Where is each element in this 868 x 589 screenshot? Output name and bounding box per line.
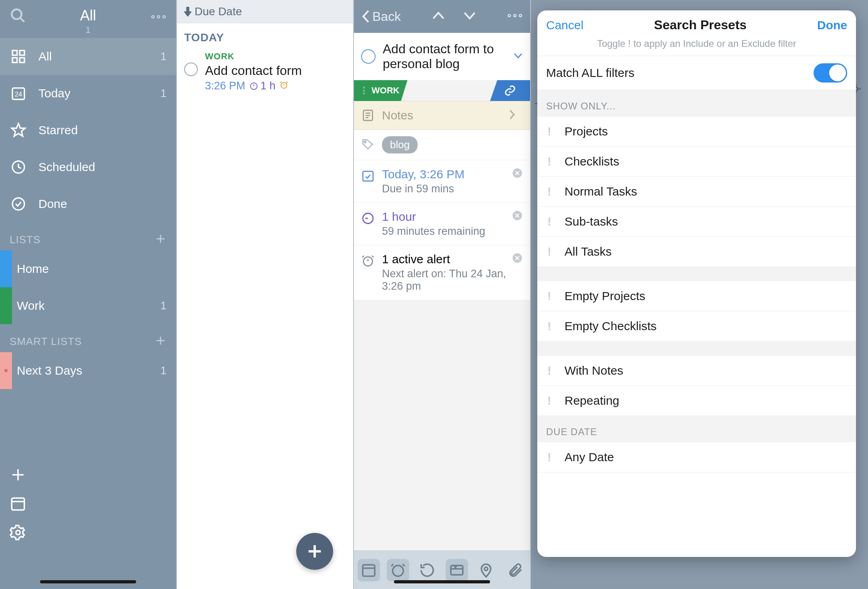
- match-all-toggle[interactable]: [814, 63, 847, 83]
- add-button[interactable]: [10, 466, 167, 485]
- home-indicator: [394, 580, 490, 583]
- task-row[interactable]: WORK Add contact form 3:26 PM 1 h: [177, 47, 353, 99]
- nav-all[interactable]: All 1: [0, 38, 176, 75]
- svg-line-55: [362, 256, 364, 257]
- svg-rect-65: [451, 565, 463, 575]
- preset-with-notes[interactable]: !With Notes: [537, 356, 856, 386]
- smart-next-3-days[interactable]: Next 3 Days 1: [0, 352, 176, 389]
- toolbar-calendar-icon[interactable]: [358, 559, 380, 581]
- notes-row[interactable]: Notes: [354, 101, 530, 130]
- preset-empty-projects[interactable]: !Empty Projects: [537, 281, 856, 311]
- toolbar-repeat-icon[interactable]: [416, 559, 438, 581]
- preset-checklists[interactable]: !Checklists: [537, 147, 856, 177]
- clear-due-button[interactable]: [512, 167, 523, 180]
- notes-placeholder: Notes: [382, 109, 508, 122]
- task-tag: WORK: [205, 51, 346, 62]
- bang-toggle[interactable]: !: [546, 125, 553, 138]
- svg-point-4: [163, 16, 165, 18]
- check-circle-icon: [10, 195, 27, 213]
- duration-row[interactable]: 1 hour 59 minutes remaining: [354, 202, 530, 245]
- add-task-fab[interactable]: [296, 533, 333, 570]
- link-chip-icon[interactable]: [490, 80, 530, 101]
- preset-sub-tasks[interactable]: !Sub-tasks: [537, 207, 856, 237]
- nav-label: Starred: [38, 123, 167, 137]
- prev-task-button[interactable]: [432, 10, 445, 22]
- nav-label: Today: [38, 87, 160, 100]
- next-task-button[interactable]: [463, 10, 476, 22]
- done-button[interactable]: Done: [817, 18, 847, 32]
- nav-count: 1: [160, 50, 167, 63]
- bang-toggle[interactable]: !: [546, 215, 553, 228]
- clear-duration-button[interactable]: [512, 210, 523, 223]
- home-indicator: [40, 580, 136, 583]
- nav-starred[interactable]: Starred: [0, 112, 176, 149]
- svg-rect-60: [363, 565, 375, 576]
- smart-lists-header: SMART LISTS: [10, 335, 82, 348]
- nav-done[interactable]: Done: [0, 186, 176, 222]
- bang-toggle[interactable]: !: [546, 364, 553, 377]
- expand-icon[interactable]: [513, 52, 523, 61]
- calendar-icon[interactable]: [10, 495, 167, 514]
- modal-hint: Toggle ! to apply an Include or an Exclu…: [537, 38, 856, 56]
- search-presets-modal: Cancel Search Presets Done Toggle ! to a…: [537, 10, 856, 557]
- nav-scheduled[interactable]: Scheduled: [0, 149, 176, 186]
- match-all-label: Match ALL filters: [546, 66, 635, 80]
- preset-all-tasks[interactable]: !All Tasks: [537, 237, 856, 267]
- more-icon[interactable]: [151, 14, 167, 22]
- task-detail-title[interactable]: Add contact form to personal blog: [383, 42, 513, 71]
- detail-more-icon[interactable]: [507, 13, 523, 20]
- svg-line-56: [372, 256, 374, 257]
- preset-repeating[interactable]: !Repeating: [537, 386, 856, 416]
- alert-row[interactable]: 1 active alert Next alert on: Thu 24 Jan…: [354, 245, 530, 300]
- chevron-right-icon: [508, 109, 523, 122]
- modal-title: Search Presets: [654, 18, 747, 32]
- list-home[interactable]: Home: [0, 250, 176, 287]
- calendar-check-icon: [361, 169, 375, 184]
- bang-toggle[interactable]: !: [546, 394, 553, 407]
- bang-toggle[interactable]: !: [546, 245, 553, 258]
- preset-normal-tasks[interactable]: !Normal Tasks: [537, 177, 856, 207]
- list-tag-work[interactable]: WORK: [354, 80, 408, 101]
- nav-label: Done: [38, 197, 167, 211]
- due-date-row[interactable]: Today, 3:26 PM Due in 59 mins: [354, 160, 530, 202]
- back-button[interactable]: Back: [361, 9, 401, 24]
- duration-icon: [361, 212, 375, 227]
- svg-point-67: [484, 567, 488, 570]
- bang-toggle[interactable]: !: [546, 185, 553, 198]
- svg-marker-27: [184, 7, 191, 16]
- preset-projects[interactable]: !Projects: [537, 117, 856, 147]
- tags-row[interactable]: blog: [354, 130, 530, 160]
- bang-toggle[interactable]: !: [546, 319, 553, 333]
- toolbar-attachment-icon[interactable]: [504, 559, 526, 581]
- svg-point-2: [152, 16, 154, 18]
- toolbar-clock-icon[interactable]: [387, 559, 409, 581]
- due-title: Today, 3:26 PM: [382, 167, 512, 181]
- bang-toggle[interactable]: !: [546, 289, 553, 303]
- svg-point-3: [157, 16, 160, 18]
- alarm-icon: [361, 254, 375, 269]
- add-list-button[interactable]: [155, 233, 167, 246]
- nav-today[interactable]: 24 Today 1: [0, 75, 176, 112]
- sort-bar[interactable]: Due Date: [177, 0, 353, 23]
- nav-label: Scheduled: [38, 160, 167, 174]
- duration-title: 1 hour: [382, 210, 512, 224]
- toolbar-location-icon[interactable]: [475, 559, 497, 581]
- svg-point-13: [12, 198, 24, 210]
- toolbar-action-icon[interactable]: [446, 559, 468, 581]
- complete-checkbox[interactable]: [184, 63, 198, 76]
- bang-toggle[interactable]: !: [546, 450, 553, 464]
- cancel-button[interactable]: Cancel: [546, 18, 583, 32]
- search-icon[interactable]: [10, 7, 26, 26]
- complete-checkbox[interactable]: [361, 49, 376, 64]
- svg-line-64: [403, 564, 405, 566]
- preset-empty-checklists[interactable]: !Empty Checklists: [537, 311, 856, 341]
- bang-toggle[interactable]: !: [546, 155, 553, 168]
- list-work[interactable]: Work 1: [0, 287, 176, 324]
- list-count: 1: [160, 299, 167, 312]
- add-smart-list-button[interactable]: [155, 335, 167, 348]
- clear-alert-button[interactable]: [512, 252, 523, 265]
- settings-icon[interactable]: [10, 524, 167, 543]
- tag-pill[interactable]: blog: [382, 136, 418, 153]
- preset-any-date[interactable]: !Any Date: [537, 442, 856, 472]
- svg-point-36: [508, 14, 510, 17]
